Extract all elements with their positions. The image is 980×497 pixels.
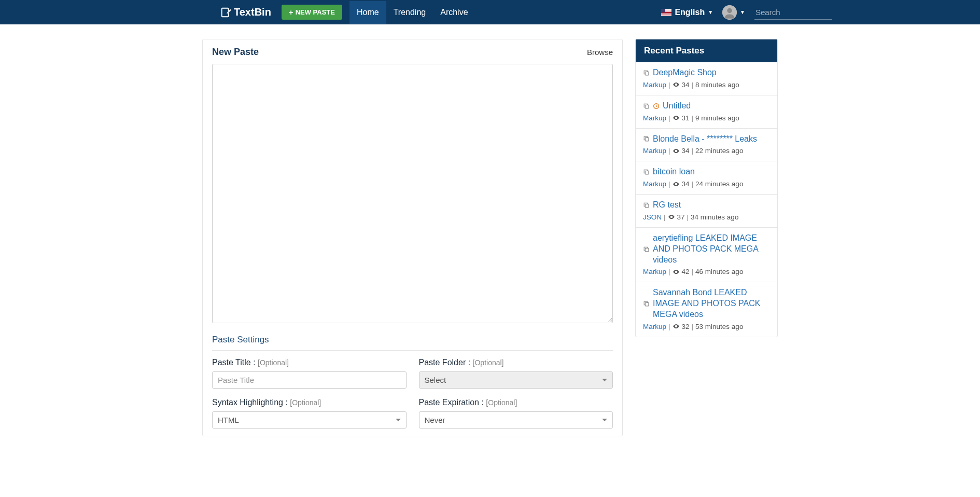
- recent-time: 22 minutes ago: [695, 147, 743, 155]
- svg-rect-14: [645, 248, 649, 252]
- clock-icon: [653, 103, 660, 109]
- svg-point-13: [670, 216, 671, 217]
- eye-icon: [673, 181, 680, 188]
- recent-item: RG testJSON|37|34 minutes ago: [636, 195, 777, 228]
- recent-title-text: Untitled: [663, 101, 691, 112]
- caret-down-icon: ▼: [708, 9, 713, 15]
- recent-lang-link[interactable]: Markup: [643, 81, 666, 89]
- recent-lang-link[interactable]: Markup: [643, 323, 666, 330]
- recent-meta: Markup|34|24 minutes ago: [643, 180, 770, 188]
- copy-icon: [643, 202, 650, 209]
- recent-title-link[interactable]: Blonde Bella - ******** Leaks: [643, 134, 770, 145]
- svg-point-15: [675, 271, 676, 272]
- search-input[interactable]: [754, 5, 832, 20]
- navbar: TextBin + NEW PASTE Home Trending Archiv…: [0, 0, 980, 24]
- recent-lang-link[interactable]: Markup: [643, 114, 666, 122]
- expire-select[interactable]: Never: [419, 411, 613, 429]
- copy-icon: [643, 103, 650, 109]
- recent-lang-link[interactable]: Markup: [643, 180, 666, 188]
- eye-icon: [673, 147, 680, 155]
- user-menu[interactable]: ▼: [722, 5, 745, 20]
- recent-views: 34: [682, 147, 690, 155]
- nav-archive[interactable]: Archive: [433, 1, 475, 24]
- field-paste-folder: Paste Folder : [Optional] Select: [419, 358, 613, 389]
- recent-views: 32: [682, 323, 690, 330]
- brand-logo[interactable]: TextBin: [220, 6, 271, 18]
- recent-time: 46 minutes ago: [695, 268, 743, 275]
- browse-link[interactable]: Browse: [587, 48, 613, 57]
- svg-point-9: [675, 150, 676, 151]
- recent-item: Blonde Bella - ******** LeaksMarkup|34|2…: [636, 129, 777, 162]
- svg-rect-12: [645, 204, 649, 208]
- recent-title-link[interactable]: DeepMagic Shop: [643, 67, 770, 78]
- syntax-select[interactable]: HTML: [212, 411, 407, 429]
- recent-title-link[interactable]: Untitled: [643, 101, 770, 112]
- svg-rect-16: [645, 302, 649, 306]
- eye-icon: [673, 268, 680, 275]
- recent-views: 34: [682, 180, 690, 188]
- recent-meta: JSON|37|34 minutes ago: [643, 213, 770, 221]
- avatar-icon: [722, 5, 737, 20]
- copy-icon: [643, 169, 650, 175]
- recent-item: Savannah Bond LEAKED IMAGE AND PHOTOS PA…: [636, 282, 777, 336]
- recent-time: 8 minutes ago: [695, 81, 739, 89]
- eye-icon: [668, 213, 675, 220]
- eye-icon: [673, 323, 680, 330]
- settings-title: Paste Settings: [212, 335, 613, 345]
- recent-title-link[interactable]: RG test: [643, 200, 770, 211]
- svg-point-2: [727, 8, 732, 12]
- copy-icon: [643, 300, 650, 307]
- nav-trending[interactable]: Trending: [386, 1, 433, 24]
- recent-title-text: Blonde Bella - ******** Leaks: [653, 134, 757, 145]
- recent-meta: Markup|42|46 minutes ago: [643, 268, 770, 275]
- recent-views: 34: [682, 81, 690, 89]
- copy-icon: [643, 135, 650, 142]
- eye-icon: [673, 81, 680, 88]
- recent-meta: Markup|32|53 minutes ago: [643, 323, 770, 330]
- field-expiration: Paste Expiration : [Optional] Never: [419, 398, 613, 429]
- svg-point-4: [675, 84, 676, 85]
- caret-down-icon: ▼: [740, 9, 745, 15]
- flag-icon: [661, 9, 671, 16]
- recent-title-text: aerytiefling LEAKED IMAGE AND PHOTOS PAC…: [653, 233, 770, 265]
- recent-title-link[interactable]: bitcoin loan: [643, 167, 770, 177]
- field-syntax: Syntax Highlighting : [Optional] HTML: [212, 398, 407, 429]
- recent-lang-link[interactable]: JSON: [643, 213, 662, 221]
- recent-item: aerytiefling LEAKED IMAGE AND PHOTOS PAC…: [636, 228, 777, 282]
- recent-views: 37: [677, 213, 685, 221]
- recent-lang-link[interactable]: Markup: [643, 147, 666, 155]
- recent-time: 9 minutes ago: [695, 114, 739, 122]
- sidebar-title: Recent Pastes: [636, 39, 777, 62]
- recent-views: 31: [682, 114, 690, 122]
- svg-rect-10: [645, 171, 649, 175]
- svg-point-17: [675, 326, 676, 327]
- paste-folder-select[interactable]: Select: [419, 371, 613, 389]
- copy-icon: [643, 70, 650, 76]
- eye-icon: [673, 114, 680, 121]
- field-paste-title: Paste Title : [Optional]: [212, 358, 407, 389]
- recent-item: UntitledMarkup|31|9 minutes ago: [636, 95, 777, 129]
- sidebar: Recent Pastes DeepMagic ShopMarkup|34|8 …: [635, 39, 778, 337]
- recent-title-link[interactable]: aerytiefling LEAKED IMAGE AND PHOTOS PAC…: [643, 233, 770, 265]
- nav-home[interactable]: Home: [349, 1, 386, 24]
- recent-title-link[interactable]: Savannah Bond LEAKED IMAGE AND PHOTOS PA…: [643, 287, 770, 320]
- page-title: New Paste: [212, 47, 259, 58]
- svg-point-11: [675, 184, 676, 185]
- svg-rect-5: [645, 105, 649, 108]
- recent-meta: Markup|34|8 minutes ago: [643, 81, 770, 89]
- recent-time: 53 minutes ago: [695, 323, 743, 330]
- edit-doc-icon: [220, 7, 232, 18]
- paste-title-input[interactable]: [212, 371, 407, 389]
- recent-meta: Markup|34|22 minutes ago: [643, 147, 770, 155]
- plus-icon: +: [289, 8, 293, 16]
- new-paste-button[interactable]: + NEW PASTE: [282, 5, 342, 20]
- main-panel: New Paste Browse Paste Settings Paste Ti…: [202, 39, 623, 436]
- recent-item: DeepMagic ShopMarkup|34|8 minutes ago: [636, 62, 777, 95]
- paste-textarea[interactable]: [212, 64, 613, 323]
- recent-lang-link[interactable]: Markup: [643, 268, 666, 275]
- recent-title-text: bitcoin loan: [653, 167, 695, 177]
- recent-meta: Markup|31|9 minutes ago: [643, 114, 770, 122]
- language-selector[interactable]: English ▼: [661, 8, 713, 17]
- recent-time: 34 minutes ago: [691, 213, 738, 221]
- recent-title-text: Savannah Bond LEAKED IMAGE AND PHOTOS PA…: [653, 287, 770, 320]
